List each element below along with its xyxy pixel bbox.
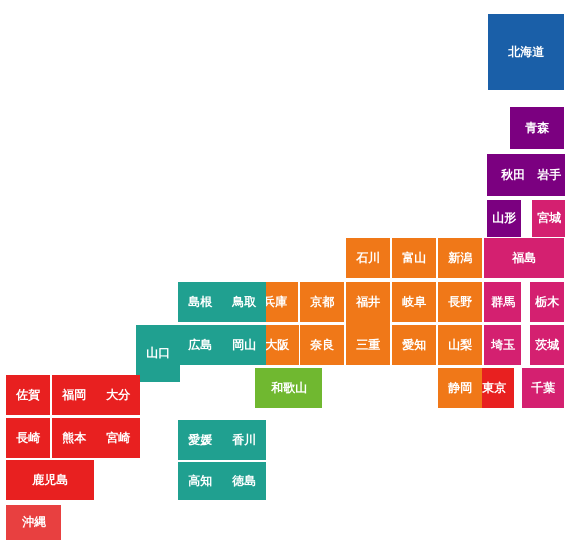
prefecture-長崎[interactable]: 長崎	[6, 418, 50, 458]
prefecture-福岡[interactable]: 福岡	[52, 375, 96, 415]
prefecture-岐阜[interactable]: 岐阜	[392, 282, 436, 322]
prefecture-香川[interactable]: 香川	[222, 420, 266, 460]
prefecture-北海道[interactable]: 北海道	[488, 14, 564, 90]
prefecture-埼玉[interactable]: 埼玉	[484, 325, 521, 365]
prefecture-奈良[interactable]: 奈良	[300, 325, 344, 365]
prefecture-宮崎[interactable]: 宮崎	[96, 418, 140, 458]
prefecture-山梨[interactable]: 山梨	[438, 325, 482, 365]
prefecture-佐賀[interactable]: 佐賀	[6, 375, 50, 415]
prefecture-広島[interactable]: 広島	[178, 325, 222, 365]
prefecture-栃木[interactable]: 栃木	[530, 282, 564, 322]
prefecture-福島[interactable]: 福島	[484, 238, 564, 278]
prefecture-青森[interactable]: 青森	[510, 107, 564, 149]
prefecture-愛知[interactable]: 愛知	[392, 325, 436, 365]
prefecture-島根[interactable]: 島根	[178, 282, 222, 322]
prefecture-鳥取[interactable]: 鳥取	[222, 282, 266, 322]
prefecture-京都[interactable]: 京都	[300, 282, 344, 322]
prefecture-熊本[interactable]: 熊本	[52, 418, 96, 458]
prefecture-鹿児島[interactable]: 鹿児島	[6, 460, 94, 500]
prefecture-福井[interactable]: 福井	[346, 282, 390, 322]
prefecture-山口[interactable]: 山口	[136, 325, 180, 382]
prefecture-茨城[interactable]: 茨城	[530, 325, 564, 365]
prefecture-静岡[interactable]: 静岡	[438, 368, 482, 408]
prefecture-宮城[interactable]: 宮城	[532, 200, 565, 237]
prefecture-岩手[interactable]: 岩手	[532, 154, 565, 196]
prefecture-富山[interactable]: 富山	[392, 238, 436, 278]
prefecture-大分[interactable]: 大分	[96, 375, 140, 415]
prefecture-新潟[interactable]: 新潟	[438, 238, 482, 278]
prefecture-千葉[interactable]: 千葉	[522, 368, 564, 408]
prefecture-沖縄[interactable]: 沖縄	[6, 505, 61, 540]
prefecture-三重[interactable]: 三重	[346, 325, 390, 365]
prefecture-和歌山[interactable]: 和歌山	[255, 368, 322, 408]
prefecture-徳島[interactable]: 徳島	[222, 462, 266, 500]
prefecture-長野[interactable]: 長野	[438, 282, 482, 322]
prefecture-群馬[interactable]: 群馬	[484, 282, 521, 322]
prefecture-山形[interactable]: 山形	[487, 200, 521, 237]
prefecture-岡山[interactable]: 岡山	[222, 325, 266, 365]
prefecture-愛媛[interactable]: 愛媛	[178, 420, 222, 460]
prefecture-石川[interactable]: 石川	[346, 238, 390, 278]
prefecture-高知[interactable]: 高知	[178, 462, 222, 500]
japan-map: 北海道青森秋田岩手山形宮城福島新潟富山石川群馬栃木長野岐阜福井滋賀埼玉茨城山梨愛…	[0, 0, 570, 550]
